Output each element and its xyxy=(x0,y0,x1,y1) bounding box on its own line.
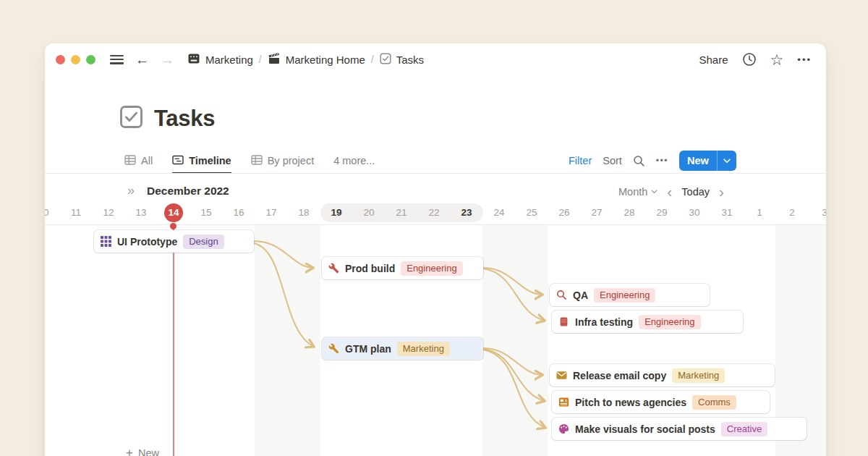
prev-period-icon[interactable]: ‹ xyxy=(667,184,672,199)
checkbox-icon xyxy=(380,53,391,67)
task-title: QA xyxy=(573,290,588,301)
task-tag: Engineering xyxy=(639,315,700,329)
today-line xyxy=(173,227,174,456)
day-label: 1 xyxy=(748,203,771,222)
task-card[interactable]: Infra testingEngineering xyxy=(552,311,743,333)
share-button[interactable]: Share xyxy=(699,54,728,66)
collapse-chevrons-icon[interactable]: » xyxy=(127,183,135,198)
day-label: 28 xyxy=(618,203,641,222)
tab-label: Timeline xyxy=(189,155,231,166)
tab-all[interactable]: All xyxy=(124,148,153,174)
traffic-lights xyxy=(56,55,95,64)
tab-by-project[interactable]: By project xyxy=(251,148,314,174)
breadcrumb-label: Marketing Home xyxy=(286,54,365,66)
tab-timeline[interactable]: Timeline xyxy=(172,148,231,174)
task-card[interactable]: Prod buildEngineering xyxy=(322,257,483,279)
task-title: GTM plan xyxy=(345,343,391,355)
clock-icon[interactable] xyxy=(742,52,757,67)
task-card[interactable]: QAEngineering xyxy=(550,284,710,306)
breadcrumb: Marketing / Marketing Home / Tasks xyxy=(187,52,424,67)
task-tag: Marketing xyxy=(397,342,450,356)
task-tag: Design xyxy=(183,235,224,249)
tabs-divider xyxy=(45,173,826,174)
notepad-icon xyxy=(187,52,200,67)
task-card[interactable]: Pitch to news agenciesComms xyxy=(552,391,770,413)
screenshot-stage: ← → Marketing / Marketing Home / xyxy=(0,0,868,456)
task-card[interactable]: GTM planMarketing xyxy=(322,337,483,360)
task-tag: Engineering xyxy=(594,288,655,303)
date-row: 1011121314151617181920212223242526272829… xyxy=(45,203,826,222)
page-title-row: Tasks xyxy=(119,105,215,132)
breadcrumb-separator: / xyxy=(259,54,262,65)
task-title: UI Prototype xyxy=(117,236,177,248)
tab-more-views[interactable]: 4 more... xyxy=(333,148,375,174)
plus-icon: + xyxy=(126,446,133,456)
task-tag: Creative xyxy=(721,422,767,436)
view-options-icon[interactable]: ••• xyxy=(656,156,668,166)
app-window: ← → Marketing / Marketing Home / xyxy=(45,43,826,456)
task-title: Infra testing xyxy=(575,316,633,328)
day-label: 21 xyxy=(390,203,413,222)
breadcrumb-item-tasks[interactable]: Tasks xyxy=(380,53,424,67)
palette-icon xyxy=(558,423,569,434)
day-label: 15 xyxy=(195,203,218,222)
filter-button[interactable]: Filter xyxy=(569,155,592,166)
add-new-row-button[interactable]: + New xyxy=(126,446,159,456)
new-button-label[interactable]: New xyxy=(679,151,717,171)
envelope-icon xyxy=(556,370,567,381)
sort-button[interactable]: Sort xyxy=(603,155,622,166)
day-label: 22 xyxy=(422,203,446,222)
task-card[interactable]: Release email copyMarketing xyxy=(550,364,775,387)
table-icon xyxy=(251,154,263,168)
timeline-view-icon xyxy=(172,154,184,168)
task-title: Prod build xyxy=(345,263,395,274)
day-label: 13 xyxy=(129,203,153,222)
grid-icon xyxy=(101,236,111,247)
wrench-icon xyxy=(328,263,339,274)
task-title: Make visuals for social posts xyxy=(575,423,715,435)
breadcrumb-label: Marketing xyxy=(205,54,253,66)
menu-icon[interactable] xyxy=(110,55,124,64)
day-label: 30 xyxy=(683,203,706,222)
close-window-icon[interactable] xyxy=(56,55,65,64)
view-toolbar: Filter Sort ••• New xyxy=(569,151,736,171)
breadcrumb-item-marketing-home[interactable]: Marketing Home xyxy=(268,52,365,67)
tab-label: By project xyxy=(268,155,314,166)
day-label: 10 xyxy=(45,203,55,222)
tab-label: All xyxy=(141,155,153,166)
task-title: Release email copy xyxy=(573,370,666,381)
task-card[interactable]: UI PrototypeDesign xyxy=(94,230,254,253)
checkbox-icon xyxy=(119,105,143,132)
day-label: 27 xyxy=(585,203,608,222)
timeline-scale-select[interactable]: Month xyxy=(618,186,658,198)
today-button[interactable]: Today xyxy=(681,186,710,198)
day-label: 24 xyxy=(488,203,511,222)
forward-arrow-icon[interactable]: → xyxy=(161,53,174,67)
new-button[interactable]: New xyxy=(679,151,736,171)
day-label: 25 xyxy=(520,203,543,222)
task-tag: Comms xyxy=(692,395,736,410)
weekend-band xyxy=(255,225,320,456)
minimize-window-icon[interactable] xyxy=(71,55,80,64)
timeline-header-controls: Month ‹ Today › xyxy=(618,184,724,199)
back-arrow-icon[interactable]: ← xyxy=(135,53,149,67)
today-marker-dot xyxy=(170,223,176,229)
day-label: 31 xyxy=(715,203,739,222)
day-label: 11 xyxy=(64,203,88,222)
topbar-actions: Share ☆ ••• xyxy=(699,43,812,75)
add-new-row-label: New xyxy=(138,447,159,456)
day-label: 29 xyxy=(650,203,673,222)
topbar: ← → Marketing / Marketing Home / xyxy=(45,43,826,75)
more-options-icon[interactable]: ••• xyxy=(797,54,812,65)
search-icon[interactable] xyxy=(633,155,645,167)
box-icon xyxy=(558,316,569,327)
next-period-icon[interactable]: › xyxy=(719,184,724,199)
day-label: 3 xyxy=(813,203,826,222)
tab-label: 4 more... xyxy=(333,155,375,166)
day-label: 26 xyxy=(553,203,576,222)
zoom-window-icon[interactable] xyxy=(86,55,95,64)
breadcrumb-item-marketing[interactable]: Marketing xyxy=(187,52,253,67)
task-card[interactable]: Make visuals for social postsCreative xyxy=(552,418,807,440)
chevron-down-icon[interactable] xyxy=(717,151,736,171)
favorite-star-icon[interactable]: ☆ xyxy=(770,52,784,67)
